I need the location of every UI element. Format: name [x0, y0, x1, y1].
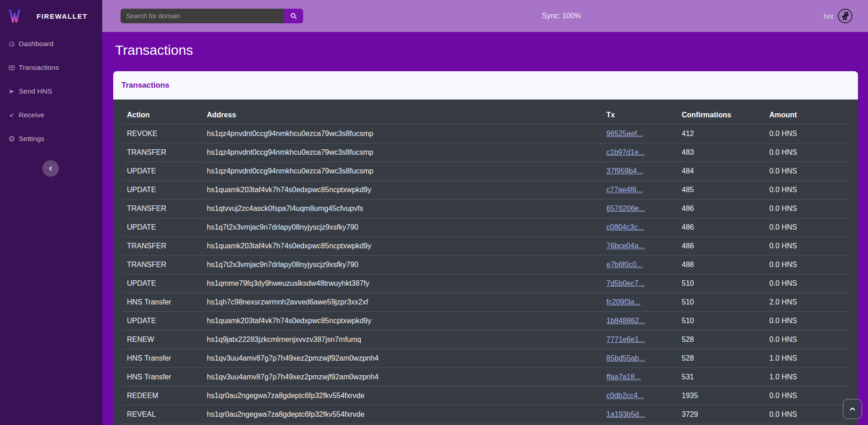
action-cell: UPDATE — [122, 162, 202, 181]
action-cell: UPDATE — [122, 274, 202, 293]
address-cell: hs1qr0au2ngegwa7za8gdeptc6fp32fkv554fxrv… — [202, 405, 602, 424]
tx-link[interactable]: 6576206e... — [606, 205, 645, 212]
action-cell: HNS Transfer — [122, 349, 202, 368]
sidebar-item-settings[interactable]: ⚙ Settings — [0, 127, 102, 151]
column-header-action: Action — [122, 106, 202, 125]
transactions-tbody: REVOKE hs1qz4pnvdnt0ccg94nmkhcu0ezca79wc… — [122, 125, 849, 424]
firewallet-logo-icon — [8, 8, 21, 24]
confirmations-cell: 488 — [677, 256, 765, 274]
column-header-tx: Tx — [602, 106, 677, 125]
confirmations-cell: 510 — [677, 293, 765, 312]
tx-link[interactable]: 96525aef... — [606, 130, 643, 137]
confirmations-cell: 485 — [677, 181, 765, 199]
tx-link[interactable]: 7771e6e1... — [606, 336, 645, 343]
sync-status: Sync: 100% — [542, 0, 581, 32]
transactions-card: Transactions Action Address Tx Confirmat… — [113, 71, 858, 425]
tx-link[interactable]: e7b6f0c0... — [606, 261, 642, 268]
chevron-up-icon — [848, 405, 857, 413]
table-row: HNS Transfer hs1qv3uu4amv87g7p7h49xez2pm… — [122, 368, 849, 387]
tx-cell: 7771e6e1... — [602, 331, 677, 349]
tx-link[interactable]: 1b848862... — [606, 317, 645, 325]
sidebar-item-transactions[interactable]: Transactions — [0, 56, 102, 79]
gear-icon: ⚙ — [7, 136, 16, 142]
tx-cell: c1b97d1e... — [602, 143, 677, 162]
table-icon — [7, 64, 16, 71]
table-row: TRANSFER hs1q7t2x3vmjac9n7drlapy08nyjysc… — [122, 256, 849, 274]
tx-link[interactable]: c0804c3c... — [606, 223, 644, 231]
search-icon — [289, 12, 298, 20]
address-cell: hs1qz4pnvdnt0ccg94nmkhcu0ezca79wc3s8fucs… — [202, 125, 602, 143]
address-cell: hs1qv3uu4amv87g7p7h49xez2pmzwjf92am0wzpn… — [202, 368, 602, 387]
tx-link[interactable]: fc209f3a... — [606, 298, 641, 306]
search-input[interactable] — [121, 9, 284, 23]
tx-link[interactable]: 7d5b0ec7... — [606, 279, 645, 287]
amount-cell: 0.0 HNS — [765, 274, 849, 293]
address-cell: hs1quamk203taf4vk7h74s0edxpwc85ncptxwpkd… — [202, 181, 602, 199]
action-cell: HNS Transfer — [122, 293, 202, 312]
action-cell: UPDATE — [122, 218, 202, 237]
receive-arrow-icon — [7, 112, 16, 119]
tx-cell: 85bd55ab... — [602, 349, 677, 368]
tx-link[interactable]: c1b97d1e... — [606, 148, 645, 156]
sidebar-item-send-hns[interactable]: Send HNS — [0, 79, 102, 103]
tx-link[interactable]: 76bce04a... — [606, 242, 645, 250]
tx-link[interactable]: ffaa7a18... — [606, 373, 641, 381]
sidebar-item-label: Send HNS — [19, 87, 52, 95]
search-button[interactable] — [284, 9, 303, 23]
confirmations-cell: 1935 — [677, 387, 765, 405]
amount-cell: 2.0 HNS — [765, 293, 849, 312]
card-title: Transactions — [121, 81, 169, 90]
scroll-top-button[interactable] — [843, 399, 862, 419]
tx-cell: 96525aef... — [602, 125, 677, 143]
amount-cell: 0.0 HNS — [765, 331, 849, 349]
amount-cell: 0.0 HNS — [765, 237, 849, 256]
tx-link[interactable]: c77ae4f6... — [606, 186, 642, 194]
action-cell: REVEAL — [122, 405, 202, 424]
sidebar-collapse-button[interactable] — [42, 160, 59, 177]
table-row: REDEEM hs1qr0au2ngegwa7za8gdeptc6fp32fkv… — [122, 387, 849, 405]
amount-cell: 0.0 HNS — [765, 256, 849, 274]
action-cell: TRANSFER — [122, 199, 202, 218]
tx-cell: e7b6f0c0... — [602, 256, 677, 274]
wallet-name-label: hot — [824, 12, 833, 20]
sidebar-item-label: Settings — [19, 135, 44, 143]
topbar: Sync: 100% hot — [102, 0, 868, 32]
tx-link[interactable]: 37f959b4... — [606, 167, 643, 175]
table-row: HNS Transfer hs1qh7c98nexsrzwrmnh2avved6… — [122, 293, 849, 312]
send-icon — [7, 88, 16, 95]
table-row: UPDATE hs1quamk203taf4vk7h74s0edxpwc85nc… — [122, 181, 849, 199]
tx-link[interactable]: c0db2cc4... — [606, 392, 644, 399]
sidebar-item-receive[interactable]: Receive — [0, 103, 102, 127]
tx-link[interactable]: 85bd55ab... — [606, 354, 645, 362]
tx-cell: ffaa7a18... — [602, 368, 677, 387]
address-cell: hs1qh7c98nexsrzwrmnh2avved6awe59jzpr3xx2… — [202, 293, 602, 312]
amount-cell: 0.0 HNS — [765, 143, 849, 162]
sidebar-item-dashboard[interactable]: Dashboard — [0, 32, 102, 56]
column-header-address: Address — [202, 106, 602, 125]
amount-cell: 0.0 HNS — [765, 162, 849, 181]
confirmations-cell: 483 — [677, 143, 765, 162]
tx-cell: 1b848862... — [602, 312, 677, 331]
confirmations-cell: 528 — [677, 349, 765, 368]
table-row: TRANSFER hs1qtvvuj2zc4asck0fspa7l4uqm8um… — [122, 199, 849, 218]
tx-cell: 76bce04a... — [602, 237, 677, 256]
table-row: RENEW hs1q9jatx22283jzkcmlrnenjxvvzv387j… — [122, 331, 849, 349]
amount-cell: 1.0 HNS — [765, 368, 849, 387]
address-cell: hs1qtvvuj2zc4asck0fspa7l4uqm8umg45cfvupv… — [202, 199, 602, 218]
amount-cell: 0.0 HNS — [765, 199, 849, 218]
confirmations-cell: 486 — [677, 199, 765, 218]
tx-cell: 1a193b5d... — [602, 405, 677, 424]
action-cell: TRANSFER — [122, 237, 202, 256]
tx-cell: 6576206e... — [602, 199, 677, 218]
sidebar-item-label: Receive — [19, 111, 44, 119]
table-row: TRANSFER hs1qz4pnvdnt0ccg94nmkhcu0ezca79… — [122, 143, 849, 162]
table-row: UPDATE hs1quamk203taf4vk7h74s0edxpwc85nc… — [122, 312, 849, 331]
confirmations-cell: 486 — [677, 237, 765, 256]
table-row: REVOKE hs1qz4pnvdnt0ccg94nmkhcu0ezca79wc… — [122, 125, 849, 143]
confirmations-cell: 510 — [677, 312, 765, 331]
wallet-menu-button[interactable]: hot — [824, 0, 852, 32]
tx-link[interactable]: 1a193b5d... — [606, 410, 645, 418]
brand-name: FIREWALLET — [37, 12, 88, 20]
card-header: Transactions — [113, 71, 858, 100]
domain-search — [121, 9, 303, 23]
